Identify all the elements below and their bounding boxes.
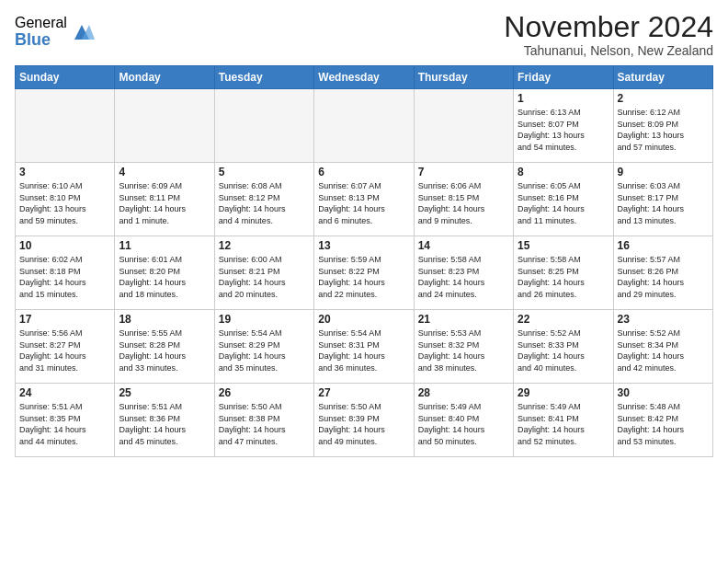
calendar-cell: 13Sunrise: 5:59 AM Sunset: 8:22 PM Dayli…: [314, 236, 414, 310]
calendar-cell: 16Sunrise: 5:57 AM Sunset: 8:26 PM Dayli…: [613, 236, 712, 310]
calendar-cell: [414, 89, 513, 163]
calendar-cell: 7Sunrise: 6:06 AM Sunset: 8:15 PM Daylig…: [414, 163, 513, 236]
calendar-cell: 12Sunrise: 6:00 AM Sunset: 8:21 PM Dayli…: [214, 236, 313, 310]
calendar-cell: 22Sunrise: 5:52 AM Sunset: 8:33 PM Dayli…: [514, 310, 613, 384]
day-info: Sunrise: 5:50 AM Sunset: 8:38 PM Dayligh…: [219, 401, 310, 447]
day-number: 1: [518, 92, 609, 105]
day-number: 3: [19, 166, 110, 178]
logo-icon: [69, 19, 95, 45]
calendar-cell: 8Sunrise: 6:05 AM Sunset: 8:16 PM Daylig…: [514, 163, 613, 236]
calendar-header-saturday: Saturday: [613, 66, 712, 89]
day-number: 17: [19, 313, 110, 326]
calendar-cell: 5Sunrise: 6:08 AM Sunset: 8:12 PM Daylig…: [214, 163, 313, 236]
day-info: Sunrise: 6:10 AM Sunset: 8:10 PM Dayligh…: [19, 180, 110, 226]
calendar-cell: 18Sunrise: 5:55 AM Sunset: 8:28 PM Dayli…: [115, 310, 214, 384]
calendar-cell: 17Sunrise: 5:56 AM Sunset: 8:27 PM Dayli…: [16, 310, 115, 384]
calendar-week-3: 10Sunrise: 6:02 AM Sunset: 8:18 PM Dayli…: [16, 236, 713, 310]
calendar-cell: 20Sunrise: 5:54 AM Sunset: 8:31 PM Dayli…: [314, 310, 414, 384]
calendar-cell: 4Sunrise: 6:09 AM Sunset: 8:11 PM Daylig…: [115, 163, 214, 236]
title-block: November 2024 Tahunanui, Nelson, New Zea…: [504, 11, 713, 58]
day-info: Sunrise: 5:51 AM Sunset: 8:35 PM Dayligh…: [19, 401, 110, 447]
day-info: Sunrise: 5:57 AM Sunset: 8:26 PM Dayligh…: [618, 254, 709, 300]
calendar-header-tuesday: Tuesday: [214, 66, 313, 89]
calendar-cell: 29Sunrise: 5:49 AM Sunset: 8:41 PM Dayli…: [514, 384, 613, 457]
calendar-cell: 26Sunrise: 5:50 AM Sunset: 8:38 PM Dayli…: [214, 384, 313, 457]
calendar-header-monday: Monday: [115, 66, 214, 89]
day-info: Sunrise: 6:00 AM Sunset: 8:21 PM Dayligh…: [219, 254, 310, 300]
day-number: 29: [518, 386, 609, 399]
page-header: General Blue November 2024 Tahunanui, Ne…: [15, 11, 713, 58]
day-number: 25: [119, 386, 210, 399]
day-info: Sunrise: 6:05 AM Sunset: 8:16 PM Dayligh…: [518, 180, 609, 226]
day-number: 12: [219, 239, 310, 252]
day-number: 5: [219, 166, 310, 178]
day-number: 20: [318, 313, 409, 326]
day-info: Sunrise: 6:01 AM Sunset: 8:20 PM Dayligh…: [119, 254, 210, 300]
location: Tahunanui, Nelson, New Zealand: [504, 43, 713, 58]
day-info: Sunrise: 5:52 AM Sunset: 8:34 PM Dayligh…: [618, 327, 709, 373]
day-info: Sunrise: 6:02 AM Sunset: 8:18 PM Dayligh…: [19, 254, 110, 300]
day-info: Sunrise: 6:08 AM Sunset: 8:12 PM Dayligh…: [219, 180, 310, 226]
day-info: Sunrise: 5:58 AM Sunset: 8:25 PM Dayligh…: [518, 254, 609, 300]
month-title: November 2024: [504, 11, 713, 43]
calendar-cell: [115, 89, 214, 163]
calendar-cell: 23Sunrise: 5:52 AM Sunset: 8:34 PM Dayli…: [613, 310, 712, 384]
calendar-cell: 2Sunrise: 6:12 AM Sunset: 8:09 PM Daylig…: [613, 89, 712, 163]
day-number: 9: [618, 166, 709, 178]
day-number: 11: [119, 239, 210, 252]
calendar-week-2: 3Sunrise: 6:10 AM Sunset: 8:10 PM Daylig…: [16, 163, 713, 236]
day-number: 22: [518, 313, 609, 326]
day-number: 19: [219, 313, 310, 326]
day-info: Sunrise: 6:07 AM Sunset: 8:13 PM Dayligh…: [318, 180, 409, 226]
calendar-week-5: 24Sunrise: 5:51 AM Sunset: 8:35 PM Dayli…: [16, 384, 713, 457]
day-number: 18: [119, 313, 210, 326]
calendar-week-1: 1Sunrise: 6:13 AM Sunset: 8:07 PM Daylig…: [16, 89, 713, 163]
calendar-body: 1Sunrise: 6:13 AM Sunset: 8:07 PM Daylig…: [16, 89, 713, 457]
calendar-header-wednesday: Wednesday: [314, 66, 414, 89]
day-number: 10: [19, 239, 110, 252]
calendar-cell: 10Sunrise: 6:02 AM Sunset: 8:18 PM Dayli…: [16, 236, 115, 310]
day-info: Sunrise: 5:52 AM Sunset: 8:33 PM Dayligh…: [518, 327, 609, 373]
day-info: Sunrise: 5:56 AM Sunset: 8:27 PM Dayligh…: [19, 327, 110, 373]
calendar-cell: 9Sunrise: 6:03 AM Sunset: 8:17 PM Daylig…: [613, 163, 712, 236]
calendar-cell: 24Sunrise: 5:51 AM Sunset: 8:35 PM Dayli…: [16, 384, 115, 457]
day-info: Sunrise: 5:55 AM Sunset: 8:28 PM Dayligh…: [119, 327, 210, 373]
logo-text: General Blue: [15, 15, 67, 49]
day-info: Sunrise: 5:48 AM Sunset: 8:42 PM Dayligh…: [618, 401, 709, 447]
calendar-cell: 21Sunrise: 5:53 AM Sunset: 8:32 PM Dayli…: [414, 310, 513, 384]
day-number: 7: [418, 166, 509, 178]
calendar-cell: 6Sunrise: 6:07 AM Sunset: 8:13 PM Daylig…: [314, 163, 414, 236]
day-number: 26: [219, 386, 310, 399]
calendar-table: SundayMondayTuesdayWednesdayThursdayFrid…: [15, 65, 713, 457]
day-info: Sunrise: 5:49 AM Sunset: 8:40 PM Dayligh…: [418, 401, 509, 447]
calendar-header-sunday: Sunday: [16, 66, 115, 89]
day-info: Sunrise: 5:59 AM Sunset: 8:22 PM Dayligh…: [318, 254, 409, 300]
page-container: General Blue November 2024 Tahunanui, Ne…: [0, 0, 728, 465]
calendar-cell: 1Sunrise: 6:13 AM Sunset: 8:07 PM Daylig…: [514, 89, 613, 163]
day-number: 24: [19, 386, 110, 399]
day-info: Sunrise: 6:09 AM Sunset: 8:11 PM Dayligh…: [119, 180, 210, 226]
calendar-cell: 28Sunrise: 5:49 AM Sunset: 8:40 PM Dayli…: [414, 384, 513, 457]
calendar-cell: 19Sunrise: 5:54 AM Sunset: 8:29 PM Dayli…: [214, 310, 313, 384]
logo-general: General: [15, 15, 67, 31]
calendar-cell: 15Sunrise: 5:58 AM Sunset: 8:25 PM Dayli…: [514, 236, 613, 310]
day-info: Sunrise: 6:03 AM Sunset: 8:17 PM Dayligh…: [618, 180, 709, 226]
day-number: 30: [618, 386, 709, 399]
calendar-cell: 27Sunrise: 5:50 AM Sunset: 8:39 PM Dayli…: [314, 384, 414, 457]
day-number: 14: [418, 239, 509, 252]
calendar-cell: [314, 89, 414, 163]
day-number: 21: [418, 313, 509, 326]
calendar-header-thursday: Thursday: [414, 66, 513, 89]
day-info: Sunrise: 5:51 AM Sunset: 8:36 PM Dayligh…: [119, 401, 210, 447]
day-number: 6: [318, 166, 409, 178]
logo: General Blue: [15, 15, 95, 49]
logo-blue: Blue: [15, 31, 67, 50]
day-info: Sunrise: 6:13 AM Sunset: 8:07 PM Dayligh…: [518, 107, 609, 153]
day-number: 4: [119, 166, 210, 178]
calendar-week-4: 17Sunrise: 5:56 AM Sunset: 8:27 PM Dayli…: [16, 310, 713, 384]
day-info: Sunrise: 5:54 AM Sunset: 8:31 PM Dayligh…: [318, 327, 409, 373]
day-number: 13: [318, 239, 409, 252]
day-info: Sunrise: 6:12 AM Sunset: 8:09 PM Dayligh…: [618, 107, 709, 153]
day-number: 28: [418, 386, 509, 399]
day-info: Sunrise: 6:06 AM Sunset: 8:15 PM Dayligh…: [418, 180, 509, 226]
